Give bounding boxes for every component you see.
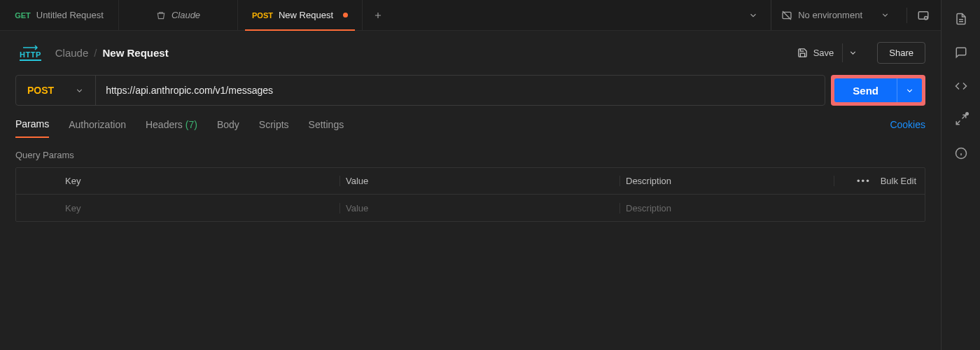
save-button-group: Save [789,43,864,63]
param-value-input[interactable] [346,203,620,214]
breadcrumb-row: HTTP Claude / New Request Save Share [0,31,941,71]
expand-icon[interactable] [955,113,967,126]
tab-untitled-request[interactable]: GET Untitled Request [0,0,119,30]
table-row [16,195,925,221]
comments-icon[interactable] [955,46,967,59]
tab-params[interactable]: Params [15,118,49,138]
param-key-input[interactable] [65,203,340,214]
save-button[interactable]: Save [789,43,843,63]
tab-label: New Request [279,10,333,20]
chevron-down-icon [881,10,890,20]
tabbar-right: No environment [743,0,941,30]
url-input[interactable] [96,76,825,105]
divider [906,8,907,23]
svg-point-2 [925,16,928,20]
no-environment-icon [781,10,792,21]
param-description-input[interactable] [626,203,834,214]
save-icon [797,48,808,58]
documentation-icon[interactable] [955,13,967,25]
save-dropdown-button[interactable] [842,43,863,62]
table-more-button[interactable]: ••• [857,176,871,186]
breadcrumb-parent[interactable]: Claude [55,47,89,59]
share-button[interactable]: Share [877,42,925,64]
query-params-table: Key Value Description ••• Bulk Edit [15,167,925,222]
environment-label: No environment [798,10,862,20]
tab-authorization[interactable]: Authorization [69,119,126,137]
svg-line-5 [962,115,965,118]
tab-label: Claude [172,10,200,20]
send-button[interactable]: Send [834,78,897,102]
right-sidebar [941,0,980,350]
tab-overflow-button[interactable] [743,10,764,20]
svg-rect-1 [918,11,928,19]
tab-scripts[interactable]: Scripts [259,119,289,137]
collection-icon [156,10,166,20]
col-description: Description [620,176,834,186]
method-select[interactable]: POST [16,76,96,105]
tab-settings[interactable]: Settings [309,119,344,137]
col-value: Value [340,176,620,186]
tab-new-request[interactable]: POST New Request [238,0,363,30]
url-row: POST Send [15,75,925,106]
send-highlight: Send [831,75,925,106]
query-params-title: Query Params [0,139,941,167]
url-box: POST [15,75,825,106]
send-dropdown-button[interactable] [897,78,922,102]
method-badge-get: GET [15,11,31,20]
method-label: POST [27,85,54,96]
tab-headers-count: (7) [186,119,197,130]
environment-select[interactable]: No environment [771,0,899,30]
main-panel: GET Untitled Request Claude POST New Req… [0,0,941,350]
tab-claude-collection[interactable]: Claude [119,0,238,30]
new-tab-button[interactable] [363,0,393,30]
environment-quicklook-button[interactable] [914,9,932,22]
request-tabs: Params Authorization Headers (7) Body Sc… [0,106,941,139]
info-icon[interactable] [955,147,967,160]
bulk-edit-button[interactable]: Bulk Edit [881,176,916,186]
tab-label: Untitled Request [36,10,104,20]
col-key: Key [59,176,340,186]
table-header-row: Key Value Description ••• Bulk Edit [16,168,925,195]
code-icon[interactable] [955,80,967,92]
breadcrumb: Claude / New Request [55,47,169,59]
breadcrumb-current: New Request [102,47,168,59]
unsaved-dot-icon [343,13,348,18]
tab-bar: GET Untitled Request Claude POST New Req… [0,0,941,31]
cookies-link[interactable]: Cookies [890,119,925,137]
tab-body[interactable]: Body [217,119,239,137]
breadcrumb-separator: / [94,47,97,59]
method-badge-post: POST [252,11,273,20]
tab-headers-label: Headers [146,119,183,130]
save-label: Save [813,48,834,58]
http-badge-icon: HTTP [20,45,41,61]
chevron-down-icon [75,86,84,95]
svg-line-6 [956,121,960,125]
tab-headers[interactable]: Headers (7) [146,119,197,137]
